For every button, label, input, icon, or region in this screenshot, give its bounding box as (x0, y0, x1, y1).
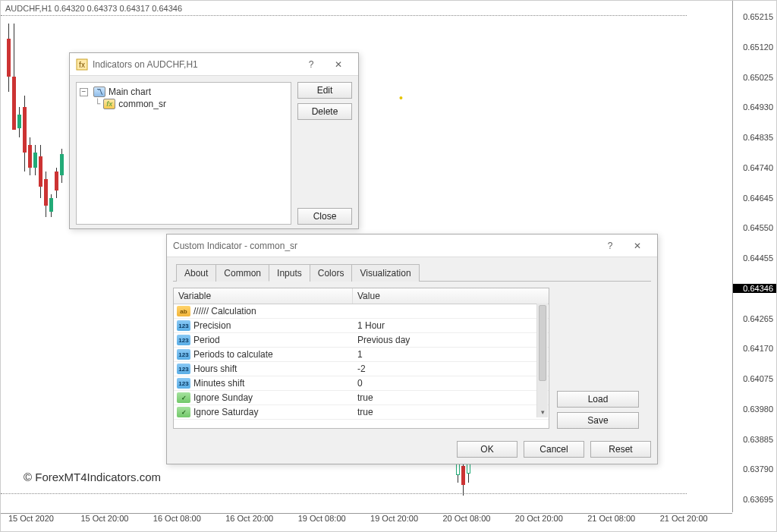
type-123-icon: 123 (177, 364, 190, 374)
type-123-icon: 123 (177, 378, 190, 389)
scrollbar[interactable]: ▾ (536, 304, 548, 417)
tree-child[interactable]: └ fx common_sr (80, 98, 288, 110)
app-icon: fx (76, 58, 88, 71)
type-bool-icon: ✓ (177, 407, 190, 417)
cancel-button[interactable]: Cancel (524, 441, 584, 458)
delete-button[interactable]: Delete (297, 103, 352, 120)
tab-strip: AboutCommonInputsColorsVisualization (173, 263, 651, 282)
time-tick: 20 Oct 20:00 (515, 514, 587, 531)
inputs-grid[interactable]: Variable Value ab////// Calculation123Pr… (173, 288, 549, 429)
edit-button[interactable]: Edit (297, 82, 352, 99)
time-tick: 21 Oct 20:00 (660, 514, 732, 531)
tab-colors[interactable]: Colors (310, 264, 353, 282)
tab-common[interactable]: Common (215, 264, 269, 282)
scroll-down-icon[interactable]: ▾ (537, 407, 548, 417)
variable-value[interactable]: Previous day (353, 333, 549, 347)
dialog-title-text: Custom Indicator - common_sr (173, 241, 596, 251)
variable-name: Period (193, 335, 220, 345)
price-tick: 0.64455 (730, 253, 773, 263)
variable-value[interactable]: 1 Hour (353, 319, 549, 332)
price-tick: 0.65120 (730, 42, 773, 52)
close-icon[interactable]: ✕ (325, 55, 352, 74)
variable-value[interactable]: 1 (353, 348, 549, 361)
grid-row[interactable]: ab////// Calculation (174, 304, 549, 319)
expand-icon[interactable]: − (80, 88, 88, 96)
variable-name: Minutes shift (193, 378, 244, 389)
ok-button[interactable]: OK (457, 441, 517, 458)
indicator-tree[interactable]: − 〽 Main chart └ fx common_sr (76, 82, 291, 225)
dialog-titlebar[interactable]: Custom Indicator - common_sr ? ✕ (167, 235, 657, 257)
time-tick: 19 Oct 08:00 (298, 514, 370, 531)
price-tick: 0.64740 (730, 163, 773, 172)
help-button[interactable]: ? (297, 55, 325, 74)
tab-inputs[interactable]: Inputs (269, 264, 310, 282)
col-variable[interactable]: Variable (174, 288, 353, 304)
variable-name: ////// Calculation (193, 306, 256, 316)
dialog-title-text: Indicators on AUDCHF,H1 (93, 59, 297, 70)
tree-root[interactable]: − 〽 Main chart (80, 86, 288, 98)
time-tick: 16 Oct 20:00 (225, 514, 297, 531)
variable-name: Ignore Sunday (193, 392, 253, 403)
tree-child-label: common_sr (118, 99, 166, 109)
copyright-label: © ForexMT4Indicators.com (24, 471, 161, 483)
variable-name: Periods to calculate (193, 349, 273, 360)
save-button[interactable]: Save (557, 412, 639, 429)
price-tick: 0.64346 (733, 284, 776, 293)
price-tick: 0.63980 (730, 405, 773, 414)
price-axis: 0.652150.651200.650250.649300.648350.647… (732, 1, 776, 512)
tree-connector: └ (95, 99, 100, 109)
price-tick: 0.64265 (730, 314, 773, 323)
price-tick: 0.64930 (730, 102, 773, 112)
grid-row[interactable]: 123Precision1 Hour (174, 319, 549, 333)
grid-row[interactable]: ✓Ignore Saturdaytrue (174, 405, 549, 420)
time-tick: 20 Oct 08:00 (442, 514, 514, 531)
help-button[interactable]: ? (596, 237, 624, 255)
price-tick: 0.63790 (730, 464, 773, 474)
grid-row[interactable]: 123Periods to calculate1 (174, 348, 549, 362)
indicator-icon: fx (103, 99, 115, 109)
grid-row[interactable]: 123Hours shift-2 (174, 362, 549, 376)
grid-row[interactable]: 123Minutes shift0 (174, 376, 549, 391)
price-tick: 0.64550 (730, 223, 773, 232)
price-tick: 0.64170 (730, 344, 773, 353)
variable-name: Precision (193, 320, 231, 331)
type-bool-icon: ✓ (177, 392, 190, 403)
type-ab-icon: ab (177, 306, 190, 316)
variable-value[interactable]: true (353, 391, 549, 405)
custom-indicator-dialog: Custom Indicator - common_sr ? ✕ AboutCo… (166, 234, 658, 464)
price-tick: 0.65215 (730, 12, 773, 21)
tab-about[interactable]: About (176, 264, 216, 282)
ticker-bar: AUDCHF,H1 0.64320 0.64373 0.64317 0.6434… (4, 4, 184, 13)
time-tick: 15 Oct 20:00 (80, 514, 153, 531)
price-tick: 0.64835 (730, 133, 773, 142)
time-tick: 21 Oct 08:00 (587, 514, 659, 531)
price-tick: 0.64075 (730, 374, 773, 383)
variable-name: Ignore Saturday (193, 407, 258, 417)
close-icon[interactable]: ✕ (624, 237, 651, 255)
tree-root-label: Main chart (109, 87, 151, 97)
grid-row[interactable]: 123PeriodPrevious day (174, 333, 549, 348)
grid-row[interactable]: ✓Ignore Sundaytrue (174, 391, 549, 405)
indicators-dialog: fx Indicators on AUDCHF,H1 ? ✕ − 〽 Main … (69, 52, 359, 229)
variable-value[interactable]: 0 (353, 376, 549, 390)
type-123-icon: 123 (177, 349, 190, 360)
reset-button[interactable]: Reset (590, 441, 651, 458)
price-tick: 0.63885 (730, 435, 773, 444)
variable-value[interactable]: -2 (353, 362, 549, 376)
variable-name: Hours shift (193, 364, 237, 374)
dialog-titlebar[interactable]: fx Indicators on AUDCHF,H1 ? ✕ (70, 53, 358, 76)
time-tick: 15 Oct 2020 (8, 514, 80, 531)
svg-text:fx: fx (79, 61, 85, 69)
tab-visualization[interactable]: Visualization (351, 264, 419, 282)
type-123-icon: 123 (177, 335, 190, 345)
time-tick: 19 Oct 20:00 (370, 514, 442, 531)
grid-header: Variable Value (174, 288, 549, 304)
scrollbar-thumb[interactable] (539, 305, 546, 381)
variable-value[interactable]: true (353, 405, 549, 419)
marker-dot: • (399, 92, 404, 96)
variable-value[interactable] (353, 310, 549, 313)
price-tick: 0.64645 (730, 194, 773, 203)
col-value[interactable]: Value (353, 288, 549, 304)
load-button[interactable]: Load (557, 391, 639, 408)
close-button[interactable]: Close (297, 208, 352, 225)
